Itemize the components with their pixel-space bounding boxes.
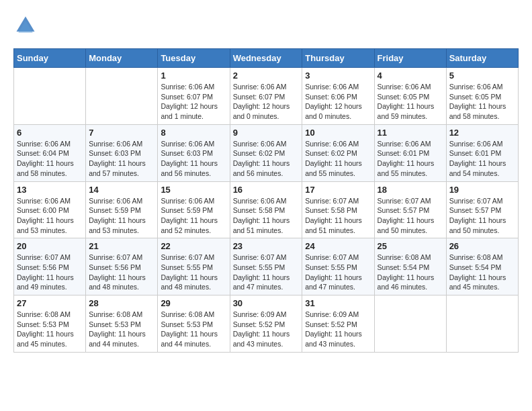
day-info: Sunrise: 6:09 AMSunset: 5:52 PMDaylight:…	[305, 310, 371, 349]
day-info-line: Daylight: 11 hours	[89, 273, 146, 281]
day-info-line: Sunrise: 6:06 AM	[233, 197, 287, 205]
day-header-sunday: Sunday	[14, 49, 86, 68]
day-info: Sunrise: 6:08 AMSunset: 5:54 PMDaylight:…	[449, 253, 515, 292]
calendar-cell: 16Sunrise: 6:06 AMSunset: 5:58 PMDayligh…	[230, 181, 302, 238]
calendar-cell: 25Sunrise: 6:08 AMSunset: 5:54 PMDayligh…	[374, 238, 446, 295]
day-info-line: Sunrise: 6:06 AM	[17, 197, 71, 205]
day-info-line: Sunrise: 6:06 AM	[378, 140, 431, 148]
day-info-line: Daylight: 11 hours	[305, 330, 362, 338]
day-number: 4	[378, 71, 443, 81]
day-info-line: Sunset: 6:07 PM	[161, 93, 213, 101]
day-info-line: and 58 minutes.	[17, 169, 67, 177]
day-info: Sunrise: 6:07 AMSunset: 5:55 PMDaylight:…	[233, 253, 300, 292]
day-info-line: Sunrise: 6:09 AM	[305, 310, 359, 318]
calendar-cell: 17Sunrise: 6:07 AMSunset: 5:58 PMDayligh…	[302, 181, 374, 238]
day-info-line: Sunset: 5:55 PM	[161, 263, 213, 271]
day-info-line: and 58 minutes.	[449, 112, 500, 120]
day-info-line: and 56 minutes.	[233, 169, 283, 177]
day-info-line: and 55 minutes.	[305, 169, 355, 177]
day-info-line: Daylight: 11 hours	[378, 102, 435, 110]
day-info-line: Sunset: 6:02 PM	[233, 149, 285, 157]
day-info-line: and 59 minutes.	[378, 112, 428, 120]
day-info: Sunrise: 6:08 AMSunset: 5:53 PMDaylight:…	[17, 310, 83, 349]
day-info-line: Daylight: 11 hours	[305, 273, 362, 281]
day-info-line: Sunset: 6:02 PM	[305, 149, 357, 157]
calendar-cell: 14Sunrise: 6:06 AMSunset: 5:59 PMDayligh…	[86, 181, 158, 238]
calendar-cell: 8Sunrise: 6:06 AMSunset: 6:03 PMDaylight…	[158, 124, 230, 181]
day-info-line: Sunrise: 6:08 AM	[17, 310, 71, 318]
day-header-saturday: Saturday	[446, 49, 518, 68]
week-row-4: 20Sunrise: 6:07 AMSunset: 5:56 PMDayligh…	[14, 238, 519, 295]
day-number: 1	[161, 71, 226, 81]
day-info-line: and 57 minutes.	[89, 169, 139, 177]
day-info-line: Sunrise: 6:08 AM	[378, 253, 431, 261]
day-info-line: Sunset: 6:01 PM	[378, 149, 430, 157]
day-info-line: and 1 minute.	[161, 112, 204, 120]
day-info: Sunrise: 6:07 AMSunset: 5:58 PMDaylight:…	[305, 196, 371, 236]
calendar-cell: 23Sunrise: 6:07 AMSunset: 5:55 PMDayligh…	[230, 238, 302, 295]
day-info-line: and 43 minutes.	[305, 340, 355, 348]
day-info-line: Daylight: 11 hours	[17, 273, 74, 281]
day-number: 7	[89, 128, 154, 138]
day-info-line: and 44 minutes.	[89, 340, 139, 348]
day-info-line: Sunset: 5:52 PM	[233, 320, 285, 328]
calendar-cell: 30Sunrise: 6:09 AMSunset: 5:52 PMDayligh…	[230, 295, 302, 353]
day-info-line: Daylight: 11 hours	[233, 216, 290, 224]
day-info-line: Daylight: 11 hours	[161, 273, 218, 281]
day-info-line: and 47 minutes.	[305, 283, 355, 291]
day-info-line: Daylight: 12 hours	[305, 102, 362, 110]
day-info-line: Daylight: 12 hours	[161, 102, 218, 110]
day-info-line: Sunset: 5:57 PM	[449, 206, 502, 214]
week-row-1: 1Sunrise: 6:06 AMSunset: 6:07 PMDaylight…	[14, 68, 519, 125]
page-header	[13, 13, 519, 38]
day-info: Sunrise: 6:06 AMSunset: 6:06 PMDaylight:…	[305, 82, 371, 122]
day-number: 6	[17, 128, 83, 138]
day-info: Sunrise: 6:06 AMSunset: 5:58 PMDaylight:…	[233, 196, 300, 236]
day-info-line: Daylight: 11 hours	[17, 330, 74, 338]
day-info-line: Sunrise: 6:06 AM	[233, 140, 287, 148]
day-info-line: and 47 minutes.	[233, 283, 283, 291]
day-info-line: Sunset: 6:05 PM	[378, 93, 430, 101]
day-info-line: Sunset: 6:03 PM	[161, 149, 213, 157]
calendar-header-row: SundayMondayTuesdayWednesdayThursdayFrid…	[14, 49, 519, 68]
day-info-line: Sunset: 6:05 PM	[449, 93, 502, 101]
day-info-line: and 45 minutes.	[17, 340, 67, 348]
day-info-line: and 50 minutes.	[449, 226, 500, 234]
day-info-line: Sunrise: 6:06 AM	[89, 197, 142, 205]
day-info: Sunrise: 6:07 AMSunset: 5:55 PMDaylight:…	[305, 253, 371, 292]
day-info: Sunrise: 6:06 AMSunset: 6:02 PMDaylight:…	[233, 139, 300, 179]
day-info-line: Sunset: 6:00 PM	[17, 206, 69, 214]
day-info-line: Sunrise: 6:06 AM	[17, 140, 71, 148]
day-info-line: and 45 minutes.	[449, 283, 500, 291]
day-info: Sunrise: 6:06 AMSunset: 6:07 PMDaylight:…	[233, 82, 300, 122]
calendar-cell: 5Sunrise: 6:06 AMSunset: 6:05 PMDaylight…	[446, 68, 518, 125]
day-info-line: Daylight: 11 hours	[449, 102, 506, 110]
day-number: 17	[305, 185, 371, 195]
day-info-line: and 51 minutes.	[233, 226, 283, 234]
calendar-cell	[86, 68, 158, 125]
calendar-cell: 7Sunrise: 6:06 AMSunset: 6:03 PMDaylight…	[86, 124, 158, 181]
day-info-line: Sunset: 5:58 PM	[233, 206, 285, 214]
day-info-line: Sunrise: 6:07 AM	[449, 197, 503, 205]
day-info-line: and 43 minutes.	[233, 340, 283, 348]
day-info-line: Sunrise: 6:07 AM	[17, 253, 71, 261]
day-info-line: and 55 minutes.	[378, 169, 428, 177]
calendar: SundayMondayTuesdayWednesdayThursdayFrid…	[13, 48, 519, 353]
day-info-line: Daylight: 11 hours	[233, 273, 290, 281]
day-info-line: Daylight: 12 hours	[233, 102, 290, 110]
day-info: Sunrise: 6:06 AMSunset: 6:01 PMDaylight:…	[378, 139, 443, 179]
day-info-line: and 49 minutes.	[17, 283, 67, 291]
day-info-line: Daylight: 11 hours	[378, 273, 435, 281]
calendar-cell: 21Sunrise: 6:07 AMSunset: 5:56 PMDayligh…	[86, 238, 158, 295]
calendar-cell: 12Sunrise: 6:06 AMSunset: 6:01 PMDayligh…	[446, 124, 518, 181]
day-info-line: Sunrise: 6:06 AM	[233, 83, 287, 91]
day-number: 30	[233, 298, 300, 308]
day-number: 19	[449, 185, 515, 195]
day-info-line: Sunset: 5:55 PM	[233, 263, 285, 271]
day-info: Sunrise: 6:06 AMSunset: 6:02 PMDaylight:…	[305, 139, 371, 179]
day-number: 27	[17, 298, 83, 308]
day-info-line: Sunrise: 6:06 AM	[305, 83, 359, 91]
day-info: Sunrise: 6:09 AMSunset: 5:52 PMDaylight:…	[233, 310, 300, 349]
day-info-line: Sunrise: 6:07 AM	[378, 197, 431, 205]
day-number: 15	[161, 185, 226, 195]
